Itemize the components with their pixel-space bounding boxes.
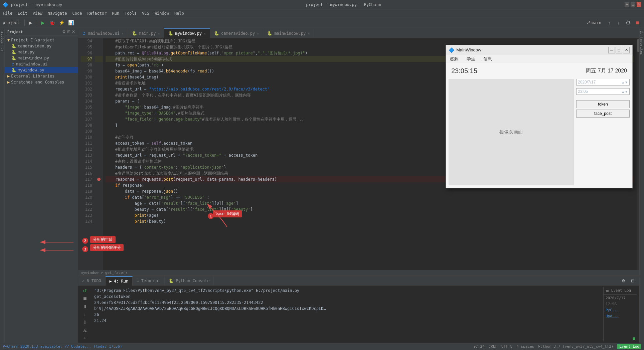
title-bar-controls: ─ □ ✕ xyxy=(625,2,641,7)
tree-item-mywindow[interactable]: 🐍 mywindow.py xyxy=(5,67,78,73)
run-output-line-1: "D:\Program Files\Python\venv_py37_qt5_c… xyxy=(94,288,602,294)
stop-run-btn[interactable]: ⏹ xyxy=(81,296,89,302)
expand-all-btn[interactable]: + xyxy=(81,335,89,341)
tree-item-mainwindow-ui[interactable]: 🗋 mainwindow.ui xyxy=(5,61,78,67)
event-log-link[interactable]: Upd... xyxy=(606,313,635,319)
push-button[interactable]: ↓ xyxy=(615,19,623,27)
tab-mywindow-py[interactable]: 🐍 mywindow.py ✕ xyxy=(164,28,210,38)
update-button[interactable]: ↑ xyxy=(605,19,613,27)
mw-maximize-btn[interactable]: □ xyxy=(616,47,622,53)
menu-tools[interactable]: Tools xyxy=(122,9,139,17)
run-settings-btn[interactable]: ⚙ xyxy=(619,277,627,285)
status-position[interactable]: 97:24 xyxy=(473,344,484,349)
tab-mainwindow-py[interactable]: 🐍 mainwindow.py ✕ xyxy=(263,28,314,38)
python-icon: 🐍 xyxy=(169,279,174,283)
menu-vcs[interactable]: VCS xyxy=(139,9,152,17)
window-title: project - mywindow.py - PyCharm xyxy=(306,2,381,7)
tab-close-icon[interactable]: ✕ xyxy=(158,32,160,35)
mw-time-input[interactable]: 23:05 ▲▼ xyxy=(576,88,630,95)
run-tab-run[interactable]: ▶ 4: Run xyxy=(106,276,133,286)
maximize-button[interactable]: □ xyxy=(631,2,635,7)
event-log-toggle[interactable]: ☰ xyxy=(606,288,609,293)
tree-root[interactable]: ▼ Project E:\project xyxy=(5,37,78,43)
rerun-btn[interactable]: ↺ xyxy=(81,288,89,294)
project-side-tab[interactable]: 1: Project xyxy=(0,29,4,53)
run-expand-btn[interactable]: ⊟ xyxy=(629,277,637,285)
ui-icon: 🗋 xyxy=(11,62,15,66)
code-line-123: print(age) xyxy=(106,212,634,218)
favorites-tab[interactable]: 2: Favorites xyxy=(640,28,644,57)
status-encoding[interactable]: UTF-8 xyxy=(501,344,512,349)
mw-close-btn[interactable]: ✕ xyxy=(623,47,630,53)
tab-close-icon[interactable]: ✕ xyxy=(204,32,206,35)
menu-edit[interactable]: Edit xyxy=(15,9,30,17)
tab-main-py[interactable]: 🐍 main.py ✕ xyxy=(128,28,164,38)
scroll-btn[interactable]: ⇩ xyxy=(81,319,89,326)
mw-date-spinner-icon[interactable]: ▲▼ xyxy=(621,80,628,84)
status-python[interactable]: Python 3.7 (venv_py37_qt5_cv4_tf2) xyxy=(538,344,613,349)
mw-token-btn[interactable]: token xyxy=(576,100,630,108)
step-btn[interactable]: ↓ xyxy=(81,311,89,318)
stop-button[interactable]: ⏹ xyxy=(633,19,641,27)
py-icon: 🐍 xyxy=(11,44,16,48)
mw-face-post-btn[interactable]: face_post xyxy=(576,110,630,118)
tree-item-cameravideo[interactable]: 🐍 cameravideo.py xyxy=(5,43,78,49)
status-bar-right: 97:24 CRLF UTF-8 4 spaces Python 3.7 (ve… xyxy=(473,344,641,349)
menu-file[interactable]: File xyxy=(0,9,15,17)
mw-minimize-btn[interactable]: ─ xyxy=(608,47,615,53)
menu-help[interactable]: Help xyxy=(172,9,187,17)
tree-item-scratches[interactable]: ▶ Scratches and Consoles xyxy=(5,79,78,85)
tab-cameravideo-py[interactable]: 🐍 cameravideo.py ✕ xyxy=(210,28,263,38)
event-log-time: 17:56 xyxy=(606,301,635,307)
annotation-circle-2: 2 xyxy=(82,238,88,244)
run-tab-todo[interactable]: ✓ 6 TODO xyxy=(78,276,106,286)
mw-icon: 🔷 xyxy=(449,47,454,53)
panel-settings-btn[interactable]: ⚙ xyxy=(62,29,66,34)
tree-item-mainwindow-py[interactable]: 🐍 mainwindow.py xyxy=(5,55,78,61)
code-line-124: print(beauty) xyxy=(106,218,634,224)
status-spaces[interactable]: 4 spaces xyxy=(516,344,534,349)
menu-navigate[interactable]: Navigate xyxy=(45,9,70,17)
annotation-box-1: base_64编码 xyxy=(213,210,242,217)
tab-close-icon[interactable]: ✕ xyxy=(257,32,259,35)
toolbar-debug[interactable]: 🐞 xyxy=(48,19,56,27)
tree-item-main[interactable]: 🐍 main.py xyxy=(5,49,78,55)
menu-run[interactable]: Run xyxy=(109,9,122,17)
panel-layout-btn[interactable]: ⊞ xyxy=(67,29,70,34)
file-label: mywindow.py xyxy=(36,2,62,7)
mw-menu-info[interactable]: 信息 xyxy=(479,55,496,63)
tree-item-label: Scratches and Consoles xyxy=(11,80,64,84)
editor-scrollbar[interactable] xyxy=(637,38,639,270)
todo-icon: ✓ xyxy=(82,279,85,283)
toolbar-cover[interactable]: ⚡ xyxy=(58,19,66,27)
tab-mainwindow-ui[interactable]: 🗋 mainwindow.ui ✕ xyxy=(78,28,128,38)
toolbar-profile[interactable]: 📊 xyxy=(67,19,75,27)
mw-menu-signin[interactable]: 签到 xyxy=(446,55,463,63)
menu-view[interactable]: View xyxy=(30,9,45,17)
menu-code[interactable]: Code xyxy=(70,9,85,17)
mw-date-input[interactable]: 2020/7/17 ▲▼ xyxy=(576,79,630,85)
menu-refactor[interactable]: Refactor xyxy=(85,9,109,17)
close-button[interactable]: ✕ xyxy=(637,2,641,7)
mw-menu-student[interactable]: 学生 xyxy=(463,55,479,63)
panel-close-btn[interactable]: ✕ xyxy=(72,29,75,34)
run-tab-python-console[interactable]: 🐍 Python Console xyxy=(165,276,214,286)
run-tab-terminal[interactable]: ⊞ Terminal xyxy=(133,276,165,286)
history-button[interactable]: ⏱ xyxy=(624,19,632,27)
tab-close-icon[interactable]: ✕ xyxy=(308,32,310,35)
toolbar-run-config[interactable]: ▶ xyxy=(27,19,35,27)
mw-menu-bar: 签到 学生 信息 xyxy=(446,55,632,63)
pause-btn[interactable]: ⏸ xyxy=(81,303,89,310)
mw-title-bar: 🔷 MainWindow ─ □ ✕ xyxy=(446,45,632,55)
minimize-button[interactable]: ─ xyxy=(625,2,629,7)
menu-window[interactable]: Window xyxy=(152,9,172,17)
mw-time-spinner-icon[interactable]: ▲▼ xyxy=(621,90,628,94)
tree-item-external[interactable]: ▶ External Libraries xyxy=(5,73,78,79)
status-event-log[interactable]: Event Log xyxy=(617,344,641,349)
right-side-tabs: 2: Favorites xyxy=(639,28,644,343)
tree-item-label: cameravideo.py xyxy=(18,44,51,48)
tab-close-icon[interactable]: ✕ xyxy=(122,32,124,35)
toolbar-run[interactable]: ▶ xyxy=(39,19,47,27)
print-btn[interactable]: 🖨 xyxy=(81,327,89,334)
status-line-sep[interactable]: CRLF xyxy=(489,344,498,349)
